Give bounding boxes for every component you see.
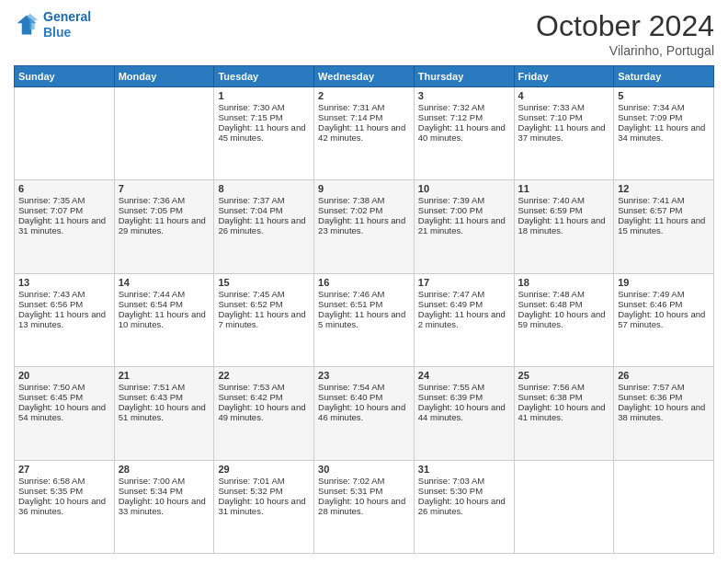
sunset-text: Sunset: 6:51 PM	[318, 299, 410, 309]
day-number: 25	[518, 370, 610, 381]
header: General Blue October 2024 Vilarinho, Por…	[14, 9, 714, 58]
daylight-text: Daylight: 10 hours and 33 minutes.	[119, 496, 210, 516]
day-number: 31	[418, 464, 510, 475]
daylight-text: Daylight: 10 hours and 31 minutes.	[218, 496, 310, 516]
calendar-cell: 18Sunrise: 7:48 AMSunset: 6:48 PMDayligh…	[514, 273, 614, 366]
calendar-week-row: 27Sunrise: 6:58 AMSunset: 5:35 PMDayligh…	[15, 460, 714, 553]
daylight-text: Daylight: 10 hours and 54 minutes.	[18, 402, 110, 422]
sunrise-text: Sunrise: 7:55 AM	[418, 382, 510, 392]
sunset-text: Sunset: 7:10 PM	[518, 112, 610, 122]
sunset-text: Sunset: 7:04 PM	[218, 205, 310, 215]
calendar-cell: 29Sunrise: 7:01 AMSunset: 5:32 PMDayligh…	[214, 460, 314, 553]
calendar-cell: 3Sunrise: 7:32 AMSunset: 7:12 PMDaylight…	[414, 87, 514, 180]
daylight-text: Daylight: 11 hours and 2 minutes.	[418, 309, 510, 329]
sunrise-text: Sunrise: 7:45 AM	[218, 289, 310, 299]
sunrise-text: Sunrise: 7:56 AM	[518, 382, 610, 392]
day-number: 23	[318, 370, 410, 381]
daylight-text: Daylight: 10 hours and 41 minutes.	[518, 402, 610, 422]
calendar-cell: 20Sunrise: 7:50 AMSunset: 6:45 PMDayligh…	[15, 367, 115, 460]
sunset-text: Sunset: 5:34 PM	[119, 486, 210, 496]
day-number: 20	[18, 370, 110, 381]
calendar-cell: 13Sunrise: 7:43 AMSunset: 6:56 PMDayligh…	[15, 273, 115, 366]
calendar-cell: 25Sunrise: 7:56 AMSunset: 6:38 PMDayligh…	[514, 367, 614, 460]
day-number: 28	[119, 464, 210, 475]
day-number: 19	[618, 277, 710, 288]
sunrise-text: Sunrise: 7:00 AM	[119, 476, 210, 486]
day-number: 9	[318, 183, 410, 194]
daylight-text: Daylight: 10 hours and 57 minutes.	[618, 309, 710, 329]
sunrise-text: Sunrise: 7:44 AM	[119, 289, 210, 299]
sunset-text: Sunset: 5:31 PM	[318, 486, 410, 496]
daylight-text: Daylight: 11 hours and 5 minutes.	[318, 309, 410, 329]
daylight-text: Daylight: 11 hours and 18 minutes.	[518, 215, 610, 236]
calendar-cell: 14Sunrise: 7:44 AMSunset: 6:54 PMDayligh…	[114, 273, 214, 366]
calendar-cell: 30Sunrise: 7:02 AMSunset: 5:31 PMDayligh…	[314, 460, 415, 553]
daylight-text: Daylight: 11 hours and 13 minutes.	[18, 309, 110, 329]
calendar-week-row: 20Sunrise: 7:50 AMSunset: 6:45 PMDayligh…	[15, 367, 714, 460]
sunrise-text: Sunrise: 7:34 AM	[618, 102, 710, 112]
daylight-text: Daylight: 11 hours and 10 minutes.	[119, 309, 210, 329]
sunset-text: Sunset: 6:57 PM	[618, 205, 710, 215]
sunrise-text: Sunrise: 7:53 AM	[218, 382, 310, 392]
sunset-text: Sunset: 6:39 PM	[418, 392, 510, 402]
sunset-text: Sunset: 6:59 PM	[518, 205, 610, 215]
day-number: 5	[618, 90, 710, 101]
calendar-cell: 2Sunrise: 7:31 AMSunset: 7:14 PMDaylight…	[314, 87, 415, 180]
sunrise-text: Sunrise: 7:40 AM	[518, 195, 610, 205]
day-number: 1	[218, 90, 310, 101]
sunrise-text: Sunrise: 7:01 AM	[218, 476, 310, 486]
sunset-text: Sunset: 7:02 PM	[318, 205, 410, 215]
sunset-text: Sunset: 6:40 PM	[318, 392, 410, 402]
calendar-cell: 15Sunrise: 7:45 AMSunset: 6:52 PMDayligh…	[214, 273, 314, 366]
sunset-text: Sunset: 7:00 PM	[418, 205, 510, 215]
daylight-text: Daylight: 10 hours and 59 minutes.	[518, 309, 610, 329]
header-sunday: Sunday	[15, 66, 115, 87]
sunrise-text: Sunrise: 7:51 AM	[119, 382, 210, 392]
logo-icon	[14, 12, 40, 38]
sunset-text: Sunset: 6:48 PM	[518, 299, 610, 309]
calendar-cell: 1Sunrise: 7:30 AMSunset: 7:15 PMDaylight…	[214, 87, 314, 180]
sunset-text: Sunset: 7:14 PM	[318, 112, 410, 122]
sunset-text: Sunset: 7:15 PM	[218, 112, 310, 122]
location: Vilarinho, Portugal	[536, 43, 714, 58]
logo: General Blue	[14, 9, 91, 40]
daylight-text: Daylight: 10 hours and 44 minutes.	[418, 402, 510, 422]
month-title: October 2024	[536, 9, 714, 43]
calendar-cell: 26Sunrise: 7:57 AMSunset: 6:36 PMDayligh…	[614, 367, 714, 460]
daylight-text: Daylight: 11 hours and 34 minutes.	[618, 122, 710, 143]
header-monday: Monday	[114, 66, 214, 87]
calendar-cell: 8Sunrise: 7:37 AMSunset: 7:04 PMDaylight…	[214, 180, 314, 273]
calendar-cell	[15, 87, 115, 180]
calendar-cell: 5Sunrise: 7:34 AMSunset: 7:09 PMDaylight…	[614, 87, 714, 180]
day-number: 14	[119, 277, 210, 288]
daylight-text: Daylight: 11 hours and 15 minutes.	[618, 215, 710, 236]
sunset-text: Sunset: 5:30 PM	[418, 486, 510, 496]
calendar-cell: 23Sunrise: 7:54 AMSunset: 6:40 PMDayligh…	[314, 367, 415, 460]
sunrise-text: Sunrise: 7:35 AM	[18, 195, 110, 205]
day-number: 29	[218, 464, 310, 475]
daylight-text: Daylight: 10 hours and 36 minutes.	[18, 496, 110, 516]
header-friday: Friday	[514, 66, 614, 87]
day-number: 3	[418, 90, 510, 101]
page: General Blue October 2024 Vilarinho, Por…	[0, 0, 728, 563]
day-number: 18	[518, 277, 610, 288]
calendar-cell: 10Sunrise: 7:39 AMSunset: 7:00 PMDayligh…	[414, 180, 514, 273]
sunrise-text: Sunrise: 7:38 AM	[318, 195, 410, 205]
calendar-cell: 31Sunrise: 7:03 AMSunset: 5:30 PMDayligh…	[414, 460, 514, 553]
sunset-text: Sunset: 7:12 PM	[418, 112, 510, 122]
calendar-cell	[514, 460, 614, 553]
sunset-text: Sunset: 6:45 PM	[18, 392, 110, 402]
calendar-week-row: 1Sunrise: 7:30 AMSunset: 7:15 PMDaylight…	[15, 87, 714, 180]
calendar-cell: 7Sunrise: 7:36 AMSunset: 7:05 PMDaylight…	[114, 180, 214, 273]
daylight-text: Daylight: 11 hours and 40 minutes.	[418, 122, 510, 143]
header-thursday: Thursday	[414, 66, 514, 87]
daylight-text: Daylight: 10 hours and 28 minutes.	[318, 496, 410, 516]
day-number: 8	[218, 183, 310, 194]
daylight-text: Daylight: 11 hours and 21 minutes.	[418, 215, 510, 236]
day-number: 24	[418, 370, 510, 381]
sunset-text: Sunset: 6:36 PM	[618, 392, 710, 402]
day-number: 26	[618, 370, 710, 381]
day-number: 7	[119, 183, 210, 194]
header-wednesday: Wednesday	[314, 66, 415, 87]
daylight-text: Daylight: 11 hours and 23 minutes.	[318, 215, 410, 236]
